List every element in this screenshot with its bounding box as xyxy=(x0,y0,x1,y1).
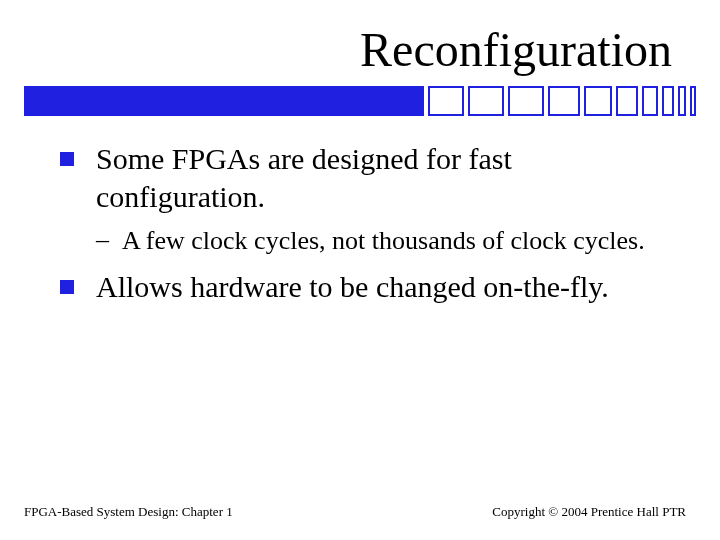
bar-segment xyxy=(662,86,674,116)
dash-bullet-icon: – xyxy=(96,225,109,255)
bar-segment xyxy=(428,86,464,116)
bar-segment xyxy=(616,86,638,116)
bar-segment xyxy=(584,86,612,116)
bullet-text: Allows hardware to be changed on-the-fly… xyxy=(96,268,670,306)
bullet-text: Some FPGAs are designed for fast configu… xyxy=(96,140,670,215)
square-bullet-icon xyxy=(60,280,74,294)
bar-segment xyxy=(642,86,658,116)
bar-segment xyxy=(690,86,696,116)
square-bullet-icon xyxy=(60,152,74,166)
bar-segment xyxy=(678,86,686,116)
content-area: Some FPGAs are designed for fast configu… xyxy=(60,140,670,315)
bar-main-segment xyxy=(24,86,424,116)
title-row: Reconfiguration xyxy=(0,22,720,77)
slide-title: Reconfiguration xyxy=(360,23,672,76)
bullet-level2: – A few clock cycles, not thousands of c… xyxy=(96,225,670,258)
decorative-bar xyxy=(24,86,696,116)
footer-right: Copyright © 2004 Prentice Hall PTR xyxy=(492,504,686,520)
bullet-text: A few clock cycles, not thousands of clo… xyxy=(122,225,670,258)
slide: Reconfiguration Some FPGAs are designed … xyxy=(0,0,720,540)
bar-segment xyxy=(548,86,580,116)
footer-left: FPGA-Based System Design: Chapter 1 xyxy=(24,504,233,520)
bar-segment xyxy=(468,86,504,116)
bar-segment xyxy=(508,86,544,116)
bullet-level1: Some FPGAs are designed for fast configu… xyxy=(60,140,670,215)
bullet-level1: Allows hardware to be changed on-the-fly… xyxy=(60,268,670,306)
